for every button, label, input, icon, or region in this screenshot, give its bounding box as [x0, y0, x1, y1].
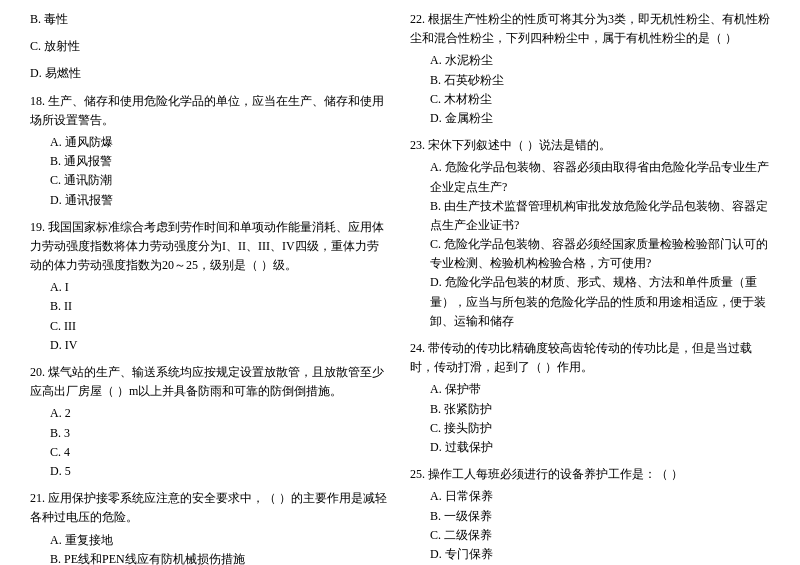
q19-option-a: A. I	[50, 278, 390, 297]
page-content: B. 毒性 C. 放射性 D. 易燃性 18. 生产、储存和使用危险化学品的单位…	[30, 10, 770, 565]
q20-option-c: C. 4	[50, 443, 390, 462]
q21-option-a: A. 重复接地	[50, 531, 390, 550]
question-18: 18. 生产、储存和使用危险化学品的单位，应当在生产、储存和使用场所设置警告。 …	[30, 92, 390, 210]
option-text: C. 放射性	[30, 39, 80, 53]
question-19: 19. 我国国家标准综合考虑到劳作时间和单项动作能量消耗、应用体力劳动强度指数将…	[30, 218, 390, 355]
q19-text: 19. 我国国家标准综合考虑到劳作时间和单项动作能量消耗、应用体力劳动强度指数将…	[30, 218, 390, 276]
q23-text: 23. 宋休下列叙述中（ ）说法是错的。	[410, 136, 770, 155]
q21-option-b: B. PE线和PEN线应有防机械损伤措施	[50, 550, 390, 565]
question-20: 20. 煤气站的生产、输送系统均应按规定设置放散管，且放散管至少应高出厂房屋（ …	[30, 363, 390, 481]
option-d-flammable: D. 易燃性	[30, 64, 390, 83]
q18-option-b: B. 通风报警	[50, 152, 390, 171]
q19-option-c: C. III	[50, 317, 390, 336]
question-21: 21. 应用保护接零系统应注意的安全要求中，（ ）的主要作用是减轻各种过电压的危…	[30, 489, 390, 565]
question-25: 25. 操作工人每班必须进行的设备养护工作是：（ ） A. 日常保养 B. 一级…	[410, 465, 770, 564]
question-24: 24. 带传动的传功比精确度较高齿轮传动的传功比是，但是当过载时，传动打滑，起到…	[410, 339, 770, 457]
option-text: B. 毒性	[30, 12, 68, 26]
q24-text: 24. 带传动的传功比精确度较高齿轮传动的传功比是，但是当过载时，传动打滑，起到…	[410, 339, 770, 377]
q18-option-d: D. 通讯报警	[50, 191, 390, 210]
q18-text: 18. 生产、储存和使用危险化学品的单位，应当在生产、储存和使用场所设置警告。	[30, 92, 390, 130]
q20-option-b: B. 3	[50, 424, 390, 443]
question-22: 22. 根据生产性粉尘的性质可将其分为3类，即无机性粉尘、有机性粉尘和混合性粉尘…	[410, 10, 770, 128]
option-text: D. 易燃性	[30, 66, 81, 80]
option-b-toxic: B. 毒性	[30, 10, 390, 29]
q25-option-b: B. 一级保养	[430, 507, 770, 526]
q23-option-a: A. 危险化学品包装物、容器必须由取得省由危险化学品专业生产企业定点生产?	[430, 158, 770, 196]
q24-option-a: A. 保护带	[430, 380, 770, 399]
q21-text: 21. 应用保护接零系统应注意的安全要求中，（ ）的主要作用是减轻各种过电压的危…	[30, 489, 390, 527]
q24-option-d: D. 过载保护	[430, 438, 770, 457]
q23-option-b: B. 由生产技术监督管理机构审批发放危险化学品包装物、容器定点生产企业证书?	[430, 197, 770, 235]
q18-option-a: A. 通风防爆	[50, 133, 390, 152]
q19-option-d: D. IV	[50, 336, 390, 355]
q22-option-a: A. 水泥粉尘	[430, 51, 770, 70]
q25-option-d: D. 专门保养	[430, 545, 770, 564]
q23-option-c: C. 危险化学品包装物、容器必须经国家质量检验检验部门认可的专业检测、检验机构检…	[430, 235, 770, 273]
q25-option-a: A. 日常保养	[430, 487, 770, 506]
q22-text: 22. 根据生产性粉尘的性质可将其分为3类，即无机性粉尘、有机性粉尘和混合性粉尘…	[410, 10, 770, 48]
q23-option-d: D. 危险化学品包装的材质、形式、规格、方法和单件质量（重量），应当与所包装的危…	[430, 273, 770, 331]
q20-option-a: A. 2	[50, 404, 390, 423]
q22-option-b: B. 石英砂粉尘	[430, 71, 770, 90]
q22-option-d: D. 金属粉尘	[430, 109, 770, 128]
q22-option-c: C. 木材粉尘	[430, 90, 770, 109]
q19-option-b: B. II	[50, 297, 390, 316]
question-23: 23. 宋休下列叙述中（ ）说法是错的。 A. 危险化学品包装物、容器必须由取得…	[410, 136, 770, 331]
q25-option-c: C. 二级保养	[430, 526, 770, 545]
option-c-radioactive: C. 放射性	[30, 37, 390, 56]
q25-text: 25. 操作工人每班必须进行的设备养护工作是：（ ）	[410, 465, 770, 484]
q18-option-c: C. 通讯防潮	[50, 171, 390, 190]
q24-option-b: B. 张紧防护	[430, 400, 770, 419]
left-column: B. 毒性 C. 放射性 D. 易燃性 18. 生产、储存和使用危险化学品的单位…	[30, 10, 390, 565]
q20-text: 20. 煤气站的生产、输送系统均应按规定设置放散管，且放散管至少应高出厂房屋（ …	[30, 363, 390, 401]
q20-option-d: D. 5	[50, 462, 390, 481]
right-column: 22. 根据生产性粉尘的性质可将其分为3类，即无机性粉尘、有机性粉尘和混合性粉尘…	[410, 10, 770, 565]
q24-option-c: C. 接头防护	[430, 419, 770, 438]
